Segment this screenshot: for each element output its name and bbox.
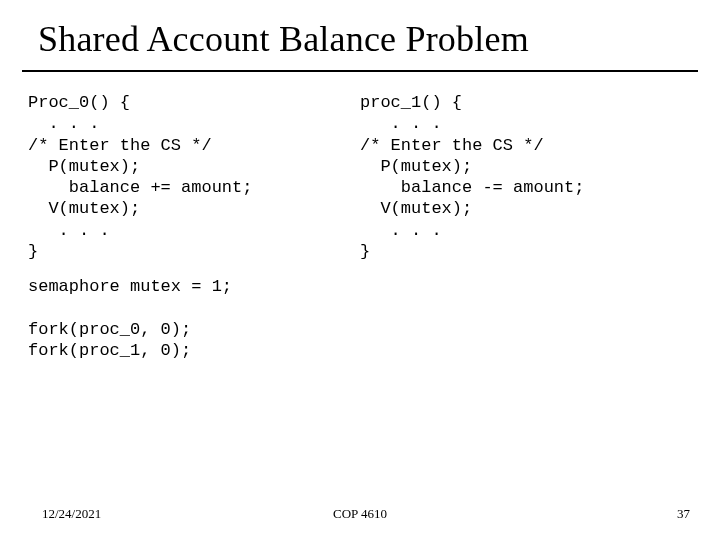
slide-title: Shared Account Balance Problem: [0, 0, 720, 66]
code-columns: Proc_0() { . . . /* Enter the CS */ P(mu…: [0, 72, 720, 262]
footer-course: COP 4610: [333, 506, 387, 522]
footer-page: 37: [677, 506, 690, 522]
proc0-code: Proc_0() { . . . /* Enter the CS */ P(mu…: [28, 92, 360, 262]
proc1-code: proc_1() { . . . /* Enter the CS */ P(mu…: [360, 92, 692, 262]
slide: Shared Account Balance Problem Proc_0() …: [0, 0, 720, 540]
footer-date: 12/24/2021: [42, 506, 101, 522]
footer: 12/24/2021 COP 4610 37: [0, 506, 720, 522]
below-code: semaphore mutex = 1; fork(proc_0, 0); fo…: [0, 262, 720, 361]
